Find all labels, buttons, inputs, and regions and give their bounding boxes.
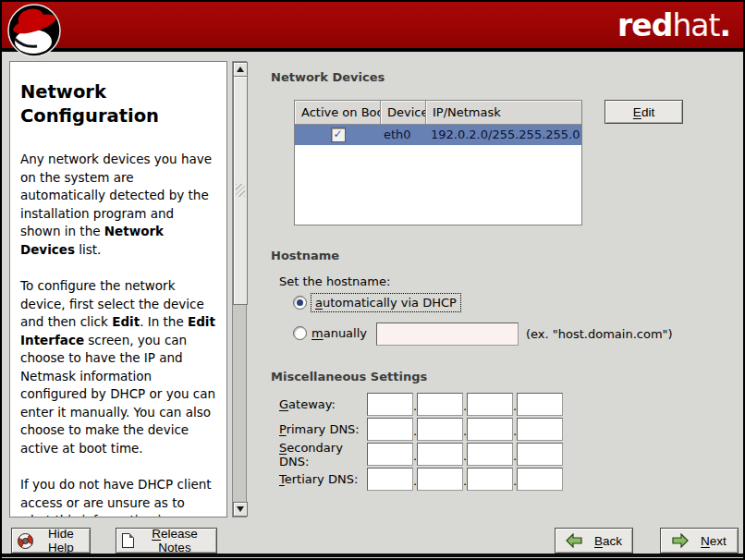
help-paragraph: If you do not have DHCP client access or… bbox=[20, 476, 216, 517]
help-scrollbar[interactable] bbox=[232, 61, 247, 517]
tertiary-dns-row: Tertiary DNS: . . . bbox=[279, 468, 575, 491]
document-icon bbox=[122, 533, 134, 548]
auto-dhcp-label[interactable]: automatically via DHCP bbox=[311, 294, 460, 311]
redhat-wordmark: redhat. bbox=[617, 7, 730, 43]
life-buoy-icon bbox=[18, 533, 33, 549]
scroll-up-button[interactable] bbox=[233, 62, 248, 77]
tertiary-dns-octet-4[interactable] bbox=[517, 468, 563, 491]
active-on-boot-checkbox[interactable]: ✓ bbox=[331, 128, 346, 142]
arrow-down-icon bbox=[237, 506, 244, 512]
redhat-shadowman-logo-icon bbox=[7, 4, 61, 57]
edit-button[interactable]: Edit bbox=[605, 100, 683, 124]
auto-dhcp-radio[interactable] bbox=[293, 296, 307, 310]
hide-help-label: Hide Help bbox=[38, 527, 84, 554]
gateway-octet-1[interactable] bbox=[367, 393, 413, 416]
secondary-dns-octet-3[interactable] bbox=[467, 443, 513, 466]
gateway-octet-2[interactable] bbox=[417, 393, 463, 416]
hostname-section-label: Hostname bbox=[271, 249, 339, 262]
active-on-boot-cell: ✓ bbox=[295, 125, 381, 145]
column-header-active-on-boot[interactable]: Active on Boot bbox=[295, 101, 381, 125]
footer-divider bbox=[2, 554, 743, 557]
arrow-up-icon bbox=[237, 67, 244, 72]
gateway-row: Gateway: . . . bbox=[279, 393, 575, 416]
table-row-eth0[interactable]: ✓ eth0 192.0.2.0/255.255.255.0 bbox=[295, 125, 581, 145]
help-title: Network Configuration bbox=[20, 80, 216, 128]
secondary-dns-octet-4[interactable] bbox=[517, 443, 563, 466]
primary-dns-label: Primary DNS: bbox=[279, 422, 367, 436]
network-devices-section-label: Network Devices bbox=[271, 70, 385, 84]
gateway-octet-4[interactable] bbox=[517, 393, 563, 416]
primary-dns-octet-2[interactable] bbox=[417, 418, 463, 441]
table-header-row: Active on Boot Device IP/Netmask bbox=[295, 101, 581, 125]
brand-bold-text: red bbox=[617, 7, 672, 43]
scroll-down-button[interactable] bbox=[233, 502, 248, 517]
title-bar: redhat. bbox=[2, 2, 743, 52]
manual-label[interactable]: manually bbox=[311, 326, 367, 340]
tertiary-dns-octet-1[interactable] bbox=[367, 468, 413, 491]
help-text-bold: Edit bbox=[112, 314, 140, 329]
help-paragraph: Any network devices you have on the syst… bbox=[20, 151, 216, 259]
device-cell: eth0 bbox=[381, 125, 426, 145]
secondary-dns-octet-1[interactable] bbox=[367, 443, 413, 466]
gateway-label: Gateway: bbox=[279, 397, 367, 411]
thumb-grip-icon bbox=[236, 184, 245, 197]
primary-dns-octet-1[interactable] bbox=[367, 418, 413, 441]
primary-dns-octet-3[interactable] bbox=[467, 418, 513, 441]
help-text: . In the bbox=[140, 314, 188, 329]
secondary-dns-row: Secondary DNS: . . . bbox=[279, 443, 575, 466]
next-button[interactable]: Next bbox=[660, 528, 739, 554]
brand-light-text: hat bbox=[672, 7, 719, 43]
network-devices-table: Active on Boot Device IP/Netmask ✓ eth0 … bbox=[294, 100, 582, 225]
back-arrow-icon bbox=[566, 533, 582, 548]
back-label: Back bbox=[594, 534, 622, 548]
release-notes-button[interactable]: Release Notes bbox=[116, 528, 217, 554]
tertiary-dns-label: Tertiary DNS: bbox=[279, 472, 367, 486]
back-button[interactable]: Back bbox=[555, 528, 633, 554]
help-panel: Network Configuration Any network device… bbox=[9, 61, 227, 517]
edit-button-label: Edit bbox=[633, 105, 654, 119]
hide-help-button[interactable]: Hide Help bbox=[11, 528, 91, 554]
next-label: Next bbox=[701, 534, 727, 548]
next-arrow-icon bbox=[672, 533, 689, 548]
hostname-manual-option: manually bbox=[293, 326, 367, 340]
primary-dns-octet-4[interactable] bbox=[517, 418, 563, 441]
misc-settings-section-label: Miscellaneous Settings bbox=[271, 370, 427, 383]
manual-radio[interactable] bbox=[293, 326, 307, 340]
tertiary-dns-octet-2[interactable] bbox=[417, 468, 463, 491]
hostname-example-hint: (ex. "host.domain.com") bbox=[526, 327, 673, 341]
primary-dns-row: Primary DNS: . . . bbox=[279, 418, 575, 441]
set-hostname-prompt: Set the hostname: bbox=[279, 274, 390, 288]
tertiary-dns-octet-3[interactable] bbox=[467, 468, 513, 491]
secondary-dns-octet-2[interactable] bbox=[417, 443, 463, 466]
scrollbar-thumb[interactable] bbox=[233, 76, 248, 305]
ip-netmask-cell: 192.0.2.0/255.255.255.0 bbox=[426, 125, 581, 145]
release-notes-label: Release Notes bbox=[139, 527, 211, 554]
brand-dot: . bbox=[719, 7, 730, 43]
help-text: list. bbox=[75, 242, 101, 257]
gateway-octet-3[interactable] bbox=[467, 393, 513, 416]
column-header-device[interactable]: Device bbox=[381, 101, 426, 125]
column-header-ip-netmask[interactable]: IP/Netmask bbox=[426, 101, 581, 125]
help-paragraph: To configure the network device, first s… bbox=[20, 277, 216, 457]
help-text: screen, you can choose to have the IP an… bbox=[20, 333, 215, 456]
manual-hostname-input[interactable] bbox=[376, 323, 519, 346]
installer-window: redhat. Network Configuration Any networ… bbox=[0, 0, 745, 560]
secondary-dns-label: Secondary DNS: bbox=[279, 441, 367, 469]
hostname-auto-option: automatically via DHCP bbox=[293, 294, 460, 311]
